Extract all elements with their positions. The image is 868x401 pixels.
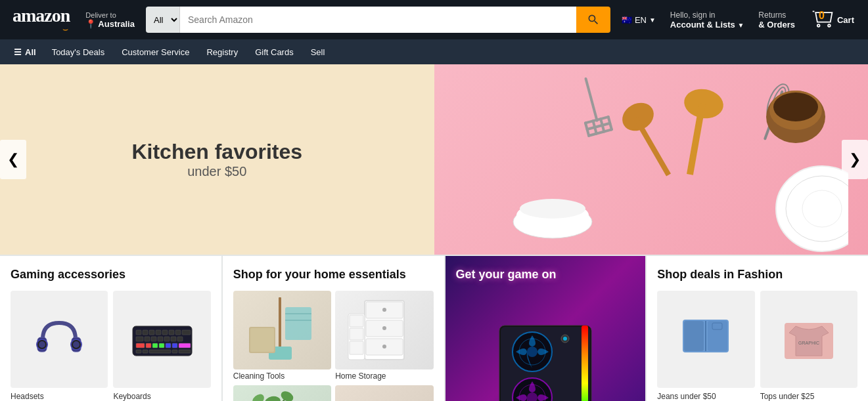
product-grid: Gaming accessories Headsets: [0, 255, 868, 401]
keyboard-svg: [129, 320, 195, 359]
svg-rect-33: [149, 330, 154, 335]
svg-rect-46: [136, 343, 145, 348]
banner-image: [434, 64, 869, 255]
svg-rect-38: [182, 330, 191, 335]
account-button[interactable]: Hello, sign in Account & Lists ▼: [666, 7, 749, 33]
language-selector[interactable]: 🇦🇺 EN ▼: [617, 12, 660, 28]
svg-point-94: [279, 389, 295, 401]
svg-point-28: [39, 341, 45, 348]
home-card-title: Shop for your home essentials: [233, 268, 434, 282]
svg-rect-36: [169, 330, 174, 335]
keyboards-label: Keyboards: [113, 392, 210, 401]
lang-text: EN: [635, 15, 647, 25]
svg-rect-71: [279, 297, 281, 350]
storage-image: [335, 291, 433, 369]
deliver-to-area[interactable]: Deliver to 📍 Australia: [81, 8, 139, 32]
svg-rect-49: [159, 343, 164, 348]
svg-rect-37: [175, 330, 181, 335]
cart-button[interactable]: 0 Cart: [805, 7, 860, 33]
hello-text: Hello, sign in: [670, 11, 744, 20]
svg-point-92: [264, 395, 281, 401]
fashion-item-jeans[interactable]: Jeans under $50: [657, 291, 754, 401]
svg-rect-32: [143, 330, 148, 335]
home-items-grid: Cleaning Tools: [233, 291, 434, 401]
jeans-image: [657, 291, 754, 388]
svg-rect-48: [152, 343, 158, 348]
svg-rect-56: [172, 350, 177, 353]
jeans-label: Jeans under $50: [657, 392, 754, 401]
banner-title: Kitchen favorites: [131, 140, 302, 164]
gaming-items-grid: Headsets: [11, 291, 211, 401]
amazon-smile-icon: ⌣: [62, 24, 68, 35]
gaming-card-title: Gaming accessories: [11, 268, 211, 282]
home-item-storage[interactable]: Home Storage: [335, 291, 433, 381]
search-button[interactable]: [576, 7, 610, 33]
svg-point-113: [563, 337, 567, 341]
nav-registry[interactable]: Registry: [199, 43, 245, 62]
bedroom-image: [335, 385, 433, 401]
home-essentials-card: Shop for your home essentials: [223, 256, 444, 401]
amazon-logo-area[interactable]: amazon ⌣: [8, 2, 74, 38]
header: amazon ⌣ Deliver to 📍 Australia All 🇦🇺 E…: [0, 0, 868, 39]
deliver-label: Deliver to: [85, 11, 135, 19]
hero-banner[interactable]: ❮ Kitchen favorites under $50: [0, 64, 868, 255]
search-category-select[interactable]: All: [146, 7, 180, 33]
svg-rect-123: [708, 321, 727, 351]
svg-rect-45: [177, 337, 183, 341]
svg-rect-55: [149, 350, 171, 353]
returns-text: Returns: [758, 11, 795, 20]
svg-point-93: [250, 392, 266, 401]
fashion-card: Shop deals in Fashion Jeans under $50: [647, 256, 868, 401]
banner-text-area: Kitchen favorites under $50: [0, 127, 434, 192]
svg-rect-86: [350, 315, 363, 327]
lang-chevron-icon: ▼: [649, 16, 656, 24]
banner-next-button[interactable]: ❯: [842, 140, 868, 179]
nav-todays-deals[interactable]: Today's Deals: [45, 43, 112, 62]
svg-rect-74: [250, 328, 274, 352]
gaming-item-headsets[interactable]: Headsets: [11, 291, 108, 401]
banner-subtitle: under $50: [187, 164, 246, 179]
svg-rect-42: [158, 337, 163, 341]
svg-rect-53: [136, 350, 141, 353]
cleaning-image: [233, 291, 331, 369]
returns-button[interactable]: Returns & Orders: [754, 7, 800, 33]
svg-rect-88: [350, 341, 363, 354]
home-item-cleaning[interactable]: Cleaning Tools: [233, 291, 331, 381]
svg-rect-44: [171, 337, 176, 341]
svg-point-29: [73, 341, 80, 348]
svg-rect-54: [143, 350, 148, 353]
deliver-location: 📍 Australia: [85, 19, 135, 29]
nav-sell[interactable]: Sell: [304, 43, 332, 62]
nav-gift-cards[interactable]: Gift Cards: [248, 43, 301, 62]
pc-tower-container: [480, 319, 611, 401]
headsets-label: Headsets: [11, 392, 108, 401]
svg-point-82: [382, 308, 386, 312]
jeans-svg: [676, 313, 735, 366]
svg-rect-31: [136, 330, 141, 335]
search-input[interactable]: [180, 7, 576, 33]
plants-svg: [233, 385, 312, 401]
gaming-pc-card[interactable]: Get your game on: [445, 256, 646, 401]
nav-all-button[interactable]: ☰ All: [8, 43, 42, 62]
svg-point-17: [520, 199, 585, 219]
hamburger-icon: ☰: [14, 47, 22, 57]
banner-prev-button[interactable]: ❮: [0, 140, 26, 179]
tops-image: GRAPHIC: [760, 291, 857, 388]
kitchen-background: [434, 64, 869, 255]
svg-point-23: [773, 93, 818, 121]
nav-customer-service[interactable]: Customer Service: [114, 43, 196, 62]
svg-rect-50: [166, 343, 171, 348]
cleaning-svg: [242, 294, 321, 366]
location-pin-icon: 📍: [85, 19, 96, 29]
home-item-plants[interactable]: Plants & Planters: [233, 385, 331, 401]
svg-rect-40: [145, 337, 150, 341]
cleaning-label: Cleaning Tools: [233, 371, 285, 381]
fashion-item-tops[interactable]: GRAPHIC Tops under $25: [760, 291, 857, 401]
search-bar: All: [146, 7, 610, 33]
svg-rect-51: [172, 343, 177, 348]
home-item-bedroom[interactable]: Bedroom: [335, 385, 433, 401]
svg-rect-41: [151, 337, 156, 341]
svg-rect-1: [633, 117, 671, 177]
svg-rect-47: [146, 343, 151, 348]
gaming-item-keyboards[interactable]: Keyboards: [113, 291, 210, 401]
